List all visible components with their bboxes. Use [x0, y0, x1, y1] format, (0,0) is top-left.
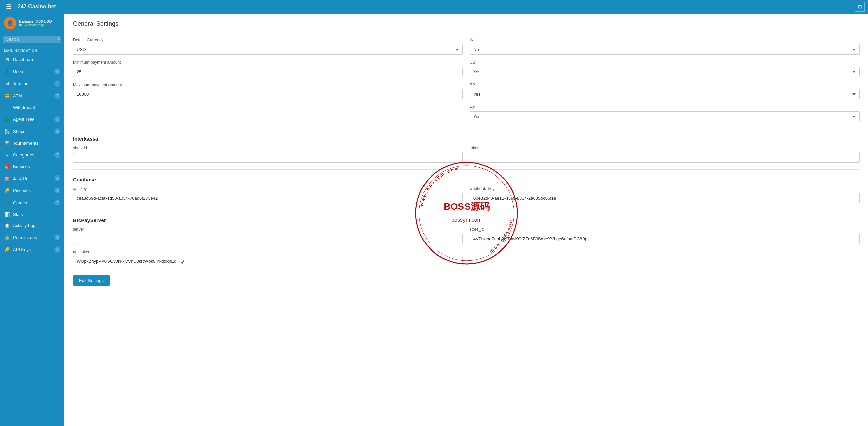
avatar: 👤 [4, 17, 16, 29]
form-row-2: Minimum payment amount CB Yes No [73, 60, 860, 77]
cb-select[interactable]: Yes No [470, 67, 860, 77]
btcpayserver-title: BtcPayServer [73, 217, 860, 223]
sidebar-item-label: Games [13, 200, 54, 205]
min-payment-label: Minimum payment amount [73, 60, 463, 65]
shop-id-group: shop_id [73, 146, 463, 163]
sidebar-item-label: Users [13, 69, 54, 74]
store-id-label: store_id [470, 227, 860, 232]
user-balance: Balance: 0.00 USD [19, 19, 52, 23]
api-keys-icon: 🔑 [4, 247, 10, 252]
agent-tree-badge[interactable]: ? [54, 116, 60, 122]
sidebar-item-terminal[interactable]: 🖥 Terminal ? [0, 77, 64, 90]
search-input[interactable] [6, 37, 57, 42]
api-key-label: api_key [73, 186, 463, 191]
atm-badge[interactable]: ? [54, 93, 60, 99]
shops-badge[interactable]: ? [54, 128, 60, 134]
sidebar-item-pincodes[interactable]: 🔑 Pincodes ? [0, 184, 64, 197]
sidebar-item-users[interactable]: 👤 Users ? [0, 65, 64, 77]
sidebar-item-api-keys[interactable]: 🔑 API Keys ? [0, 243, 64, 256]
edit-settings-button[interactable]: Edit Settings [73, 275, 110, 286]
sidebar-item-categories[interactable]: ≡ Categories ? [0, 149, 64, 161]
users-icon: 👤 [4, 69, 10, 74]
pin-label: Pin [470, 105, 860, 110]
bp-select[interactable]: Yes No [470, 89, 860, 99]
sidebar-item-permissions[interactable]: 🔒 Permissions ? [0, 231, 64, 243]
sidebar-item-label: Jack Pot [13, 176, 54, 181]
page-title: General Settings [73, 20, 860, 31]
bp-group: BP Yes No [470, 82, 860, 99]
jackpot-badge[interactable]: ? [54, 175, 60, 181]
sidebar-item-label: API Keys [13, 247, 54, 252]
window-control-button[interactable]: ⊡ [855, 2, 865, 12]
section-divider-3 [73, 210, 860, 210]
cb-group: CB Yes No [470, 60, 860, 77]
sidebar-item-label: Pincodes [13, 188, 54, 193]
sidebar-item-label: Bonuses [13, 164, 58, 169]
empty-group [73, 105, 463, 122]
api-key-input[interactable] [73, 193, 463, 203]
header-right: ⊡ [855, 2, 865, 12]
sidebar-item-label: Permissions [13, 235, 54, 240]
api-token-group: api_token [73, 249, 463, 266]
permissions-badge[interactable]: ? [54, 234, 60, 240]
shop-id-input[interactable] [73, 152, 463, 163]
shop-status-dot [19, 24, 22, 26]
categories-badge[interactable]: ? [54, 152, 60, 158]
pin-select[interactable]: Yes No [470, 111, 860, 122]
webhook-key-group: webhook_key [470, 186, 860, 203]
webhook-key-input[interactable] [470, 193, 860, 203]
max-payment-label: Maximum payment amount [73, 82, 463, 87]
store-id-input[interactable] [470, 234, 860, 244]
form-row-1: Default Currency USD EUR BTC ETH IK No Y… [73, 38, 860, 55]
games-icon: 🎮 [4, 200, 10, 205]
sidebar-item-withdrawal[interactable]: ↑ Withdrawal [0, 102, 64, 113]
sidebar-item-agent-tree[interactable]: 🌲 Agent Tree ? [0, 113, 64, 125]
sidebar-item-atm[interactable]: 💳 ATM ? [0, 90, 64, 102]
api-token-input[interactable] [73, 256, 463, 266]
agent-tree-icon: 🌲 [4, 117, 10, 122]
server-label: server [73, 227, 463, 232]
user-shop-name: 247Mainshop [19, 23, 52, 27]
api-keys-badge[interactable]: ? [54, 246, 60, 253]
terminal-badge[interactable]: ? [54, 80, 60, 87]
api-key-group: api_key [73, 186, 463, 203]
default-currency-label: Default Currency [73, 38, 463, 42]
main-layout: 👤 Balance: 0.00 USD 247Mainshop 🔍 MAIN N… [0, 14, 868, 426]
sidebar-item-dashboard[interactable]: ⊞ Dashboard [0, 54, 64, 65]
ik-select[interactable]: No Yes [470, 44, 860, 55]
content-inner: General Settings Default Currency USD EU… [64, 14, 868, 426]
user-profile: 👤 Balance: 0.00 USD 247Mainshop [0, 14, 64, 33]
app-title: 247 Casino.bet [18, 4, 56, 10]
hamburger-button[interactable]: ☰ [3, 2, 14, 12]
sidebar-item-bonuses[interactable]: 🎁 Bonuses < [0, 161, 64, 172]
pincodes-badge[interactable]: ? [54, 187, 60, 193]
sidebar-item-label: ATM [13, 93, 54, 98]
sidebar-item-jackpot[interactable]: 🎰 Jack Pot ? [0, 172, 64, 184]
jackpot-icon: 🎰 [4, 176, 10, 181]
sidebar-item-label: Tournaments [13, 141, 60, 146]
min-payment-input[interactable] [73, 67, 463, 77]
token-input[interactable] [470, 152, 860, 163]
terminal-icon: 🖥 [4, 81, 10, 86]
permissions-icon: 🔒 [4, 235, 10, 240]
games-badge[interactable]: ? [54, 200, 60, 206]
search-container: 🔍 [0, 33, 64, 46]
sidebar-item-label: Withdrawal [13, 105, 60, 110]
token-group: token [470, 146, 860, 163]
server-input[interactable] [73, 234, 463, 244]
sidebar-item-shops[interactable]: 🏪 Shops ? [0, 125, 64, 137]
activity-log-icon: 📋 [4, 223, 10, 228]
top-header: ☰ 247 Casino.bet ⊡ [0, 0, 868, 14]
sidebar-item-label: Dashboard [13, 57, 60, 62]
sidebar-item-tournaments[interactable]: 🏆 Tournaments [0, 137, 64, 149]
dashboard-icon: ⊞ [4, 57, 10, 62]
bonuses-arrow: < [58, 165, 60, 168]
sidebar-item-activity-log[interactable]: 📋 Activity Log < [0, 220, 64, 231]
max-payment-input[interactable] [73, 89, 463, 99]
sidebar-item-games[interactable]: 🎮 Games ? [0, 197, 64, 209]
sidebar-item-stats[interactable]: 📊 Stats < [0, 209, 64, 220]
default-currency-select[interactable]: USD EUR BTC ETH [73, 44, 463, 55]
shops-icon: 🏪 [4, 129, 10, 134]
ik-label: IK [470, 38, 860, 42]
users-badge[interactable]: ? [54, 68, 60, 74]
